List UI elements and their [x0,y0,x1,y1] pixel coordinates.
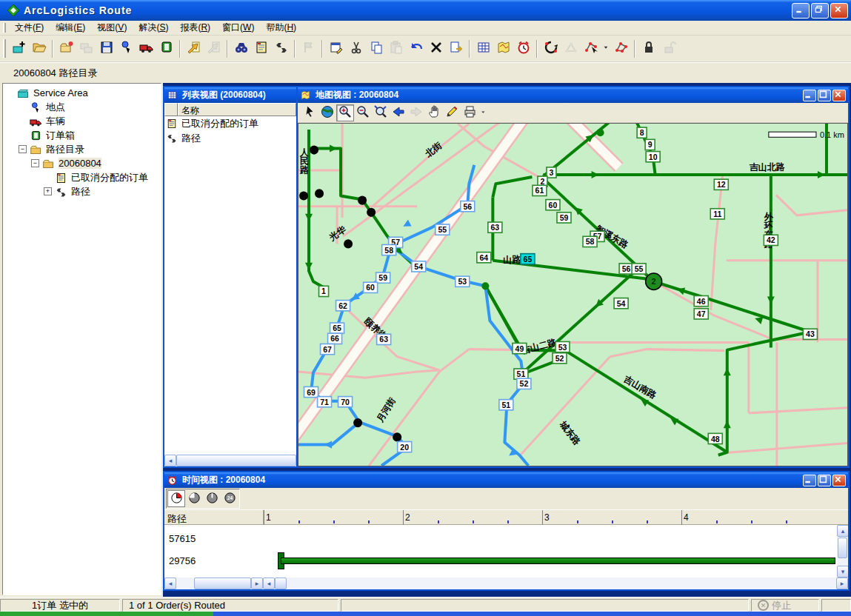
list-row-label[interactable]: 路径 [181,132,201,145]
map-view-title-bar[interactable]: 地图视图 : 20060804 [298,87,848,103]
time-view-title-bar[interactable]: 时间视图 : 20060804 [164,472,848,488]
time-minimize-button[interactable] [803,475,816,486]
scroll-thumb[interactable] [275,578,287,589]
minimize-button[interactable] [792,3,810,19]
scroll-left-icon[interactable]: ◂ [164,455,176,466]
open-folder-button[interactable] [29,38,49,58]
save-button[interactable] [96,38,116,58]
os-taskbar[interactable] [0,612,851,616]
scroll-thumb[interactable] [176,455,296,466]
new-order-button[interactable] [156,38,176,58]
tree-item-已取消分配的订单[interactable]: 已取消分配的订单 [3,170,161,184]
menu-解决(S)[interactable]: 解决(S) [133,21,174,34]
scroll-right-icon[interactable]: ▸ [251,578,263,589]
clock-15-button[interactable] [167,490,185,507]
lock-button[interactable] [638,38,658,58]
order-stop-dot[interactable] [315,189,324,198]
tree-item-20060804[interactable]: −20060804 [3,156,161,170]
tree-item-label[interactable]: 已取消分配的订单 [71,171,148,184]
cursor-button[interactable] [301,104,318,121]
map-minimize-button[interactable] [803,90,816,101]
tree-item-车辆[interactable]: 车辆 [3,114,161,128]
route-row-label[interactable]: 29756 [169,555,196,566]
scroll-left-icon[interactable]: ◂ [164,578,176,589]
list-header-name[interactable]: 名称 [178,103,296,116]
tree-item-label[interactable]: 路径 [71,185,90,198]
stop-button[interactable]: ✕ 停止 [751,599,819,612]
tree-item-label[interactable]: 订单箱 [46,129,75,142]
list-view-button[interactable] [473,38,493,58]
order-stop-dot[interactable] [353,418,362,427]
order-stop-dot[interactable] [344,239,353,248]
import-orders-button[interactable] [184,38,204,58]
new-folder-button[interactable] [56,38,76,58]
order-list-button[interactable] [251,38,271,58]
map-canvas[interactable]: 北街吉山北路外环东路人民路智溪东路山路光华颐养街月河街城东路吉山二路吉山南路28… [298,123,848,466]
scroll-left-icon[interactable]: ◂ [263,578,275,589]
list-row-label[interactable]: 已取消分配的订单 [181,117,258,130]
cut-button[interactable] [346,38,366,58]
tree-item-订单箱[interactable]: 订单箱 [3,128,161,142]
undo-button[interactable] [406,38,426,58]
clock-30-button[interactable] [185,490,203,507]
route-row-label[interactable]: 57615 [169,533,196,544]
print-caret-button[interactable] [478,104,487,121]
tree-item-label[interactable]: Service Area [33,87,88,98]
list-row[interactable]: 已取消分配的订单 [164,116,296,131]
tree-item-label[interactable]: 路径目录 [46,143,84,156]
tree-item-label[interactable]: 20060804 [59,158,101,169]
tree-expander-icon[interactable]: − [19,145,27,153]
time-view-button[interactable] [513,38,533,58]
time-left-hscrollbar[interactable]: ◂ ▸ [164,578,263,589]
close-button[interactable] [830,3,848,19]
delete-button[interactable] [426,38,446,58]
tree-item-label[interactable]: 车辆 [46,115,65,128]
order-stop-dot[interactable] [393,432,401,441]
print-button[interactable] [461,104,478,121]
scroll-down-icon[interactable]: ▾ [837,566,848,578]
map-maximize-button[interactable] [818,90,831,101]
menu-窗口(W)[interactable]: 窗口(W) [216,21,260,34]
new-location-button[interactable] [116,38,136,58]
pan-button[interactable] [425,104,443,121]
menu-编辑(E)[interactable]: 编辑(E) [50,21,91,34]
list-row[interactable]: 路径 [164,131,296,146]
build-routes-button[interactable] [541,38,561,58]
pencil-button[interactable] [443,104,461,121]
tree-expander-icon[interactable]: + [44,187,52,195]
route-arrows-button[interactable] [271,38,291,58]
menu-视图(V)[interactable]: 视图(V) [91,21,133,34]
menu-报表(R)[interactable]: 报表(R) [174,21,216,34]
menu-文件(F)[interactable]: 文件(F) [9,21,50,34]
zoom-selected-button[interactable] [372,104,390,121]
select-route-button[interactable] [581,38,601,58]
list-view-title-bar[interactable]: 列表视图 (20060804) [164,87,296,103]
menu-帮助(H)[interactable]: 帮助(H) [260,21,302,34]
new-service-area-button[interactable] [9,38,29,58]
tree-item-Service Area[interactable]: Service Area [3,86,161,100]
clock-24-button[interactable]: 24 [221,490,238,507]
reassign-button[interactable] [611,38,631,58]
order-stop-dot[interactable] [358,195,367,204]
scroll-thumb[interactable] [838,538,847,558]
scroll-right-icon[interactable]: ▸ [836,578,848,589]
order-stop-dot[interactable] [310,145,318,154]
tree-item-地点[interactable]: 地点 [3,100,161,114]
find-button[interactable] [231,38,251,58]
list-hscrollbar[interactable]: ◂ [164,455,296,466]
zoom-in-button[interactable] [336,104,354,121]
scroll-thumb[interactable] [194,578,251,589]
clock-60-button[interactable] [203,490,221,507]
map-view-button[interactable] [493,38,513,58]
restore-button[interactable] [811,3,829,19]
copy-button[interactable] [366,38,386,58]
back-button[interactable] [390,104,407,121]
tree-expander-icon[interactable]: − [31,159,39,167]
dropdown-button[interactable] [601,38,611,58]
time-maximize-button[interactable] [818,475,831,486]
time-vscrollbar[interactable]: ▴ ▾ [837,525,848,578]
properties-button[interactable] [326,38,346,58]
tree-item-路径[interactable]: +路径 [3,184,161,198]
tree-item-label[interactable]: 地点 [46,101,65,114]
map-close-button[interactable] [832,90,846,101]
